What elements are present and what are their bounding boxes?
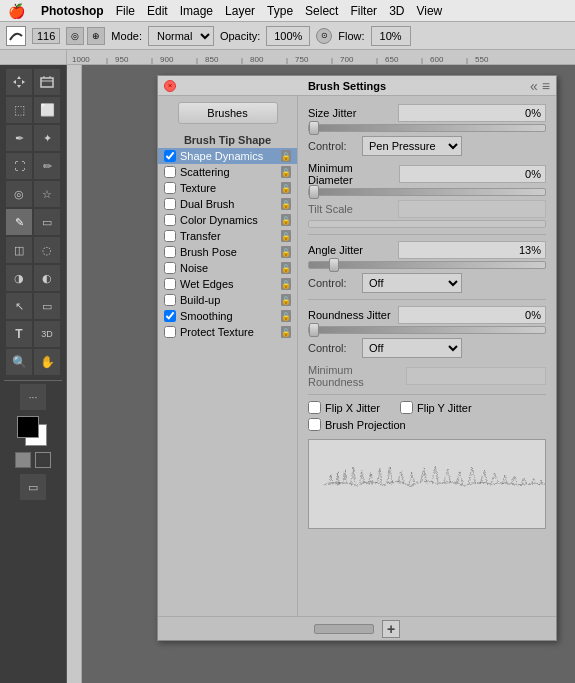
- 3d-tool[interactable]: 3D: [34, 321, 60, 347]
- sidebar-item-buildup[interactable]: Build-up 🔒: [158, 292, 297, 308]
- texture-checkbox[interactable]: [164, 182, 176, 194]
- brushes-button[interactable]: Brushes: [178, 102, 278, 124]
- eraser-tool[interactable]: ▭: [34, 209, 60, 235]
- min-diameter-thumb[interactable]: [309, 185, 319, 199]
- screen-mode-btn-area: ▭: [0, 474, 66, 502]
- menu-type[interactable]: Type: [267, 4, 293, 18]
- artboard-tool[interactable]: [34, 69, 60, 95]
- roundness-control-select[interactable]: Off Fade Pen Pressure: [362, 338, 462, 358]
- flip-x-checkbox[interactable]: [308, 401, 321, 414]
- menu-edit[interactable]: Edit: [147, 4, 168, 18]
- text-tool[interactable]: T: [6, 321, 32, 347]
- mask-icon[interactable]: [15, 452, 31, 468]
- menu-view[interactable]: View: [416, 4, 442, 18]
- sidebar-item-color-dynamics[interactable]: Color Dynamics 🔒: [158, 212, 297, 228]
- lasso-tool[interactable]: ⬚: [6, 97, 32, 123]
- min-diameter-slider-track[interactable]: [308, 188, 546, 196]
- menu-layer[interactable]: Layer: [225, 4, 255, 18]
- wet-edges-checkbox[interactable]: [164, 278, 176, 290]
- roundness-jitter-input[interactable]: [398, 306, 546, 324]
- move-tool[interactable]: [6, 69, 32, 95]
- path-select-tool[interactable]: ↖: [6, 293, 32, 319]
- brush-size-value[interactable]: 116: [32, 28, 60, 44]
- min-roundness-row: Minimum Roundness: [308, 364, 546, 388]
- blur-tool[interactable]: ◌: [34, 237, 60, 263]
- size-jitter-thumb[interactable]: [309, 121, 319, 135]
- clone-stamp-tool[interactable]: ☆: [34, 181, 60, 207]
- footer-scrollbar[interactable]: [314, 624, 374, 634]
- angle-control-select[interactable]: Off Fade Pen Pressure: [362, 273, 462, 293]
- pen-tool[interactable]: ✒: [6, 125, 32, 151]
- scattering-checkbox[interactable]: [164, 166, 176, 178]
- mode-select[interactable]: Normal: [148, 26, 214, 46]
- eyedropper-tool[interactable]: ✏: [34, 153, 60, 179]
- roundness-jitter-slider-track[interactable]: [308, 326, 546, 334]
- sidebar-item-smoothing[interactable]: Smoothing 🔒: [158, 308, 297, 324]
- panel-close-button[interactable]: ×: [164, 80, 176, 92]
- sidebar-item-shape-dynamics[interactable]: Shape Dynamics 🔒: [158, 148, 297, 164]
- sidebar-item-brush-pose[interactable]: Brush Pose 🔒: [158, 244, 297, 260]
- dodge-tool[interactable]: ◑: [6, 265, 32, 291]
- brush-projection-checkbox[interactable]: [308, 418, 321, 431]
- noise-checkbox[interactable]: [164, 262, 176, 274]
- protect-texture-checkbox[interactable]: [164, 326, 176, 338]
- brush-tip-shape-title[interactable]: Brush Tip Shape: [158, 132, 297, 148]
- menu-3d[interactable]: 3D: [389, 4, 404, 18]
- size-control-select[interactable]: Pen Pressure Off Fade Pen Tilt: [362, 136, 462, 156]
- extra-tool-1[interactable]: ···: [20, 384, 46, 410]
- transfer-checkbox[interactable]: [164, 230, 176, 242]
- brush-pose-checkbox[interactable]: [164, 246, 176, 258]
- flip-y-item: Flip Y Jitter: [400, 401, 472, 414]
- opacity-input[interactable]: [266, 26, 310, 46]
- roundness-jitter-thumb[interactable]: [309, 323, 319, 337]
- menu-select[interactable]: Select: [305, 4, 338, 18]
- size-jitter-input[interactable]: [398, 104, 546, 122]
- pressure-icon[interactable]: ⊙: [316, 28, 332, 44]
- menu-image[interactable]: Image: [180, 4, 213, 18]
- screen-mode-btn[interactable]: ▭: [20, 474, 46, 500]
- burn-tool[interactable]: ◐: [34, 265, 60, 291]
- shape-tool[interactable]: ▭: [34, 293, 60, 319]
- sidebar-item-dual-brush[interactable]: Dual Brush 🔒: [158, 196, 297, 212]
- angle-jitter-thumb[interactable]: [329, 258, 339, 272]
- sidebar-item-scattering[interactable]: Scattering 🔒: [158, 164, 297, 180]
- angle-jitter-input[interactable]: [398, 241, 546, 259]
- brush-preview-icon[interactable]: [6, 26, 26, 46]
- color-dynamics-checkbox[interactable]: [164, 214, 176, 226]
- sidebar-item-noise[interactable]: Noise 🔒: [158, 260, 297, 276]
- foreground-color[interactable]: [17, 416, 39, 438]
- crop-tool[interactable]: ⛶: [6, 153, 32, 179]
- brush-tool[interactable]: ✎: [6, 209, 32, 235]
- panel-titlebar[interactable]: × Brush Settings « ≡: [158, 76, 556, 96]
- sidebar-item-wet-edges[interactable]: Wet Edges 🔒: [158, 276, 297, 292]
- smoothing-checkbox[interactable]: [164, 310, 176, 322]
- toggle-btn-2[interactable]: ⊕: [87, 27, 105, 45]
- shape-dynamics-checkbox[interactable]: [164, 150, 176, 162]
- buildup-checkbox[interactable]: [164, 294, 176, 306]
- apple-menu[interactable]: 🍎: [8, 3, 25, 19]
- panel-menu-icon[interactable]: ≡: [542, 78, 550, 94]
- menu-filter[interactable]: Filter: [350, 4, 377, 18]
- sidebar-item-texture[interactable]: Texture 🔒: [158, 180, 297, 196]
- gradient-tool[interactable]: ◫: [6, 237, 32, 263]
- flip-y-checkbox[interactable]: [400, 401, 413, 414]
- min-diameter-input[interactable]: [399, 165, 546, 183]
- ruler-area: 1000 950 900 850 800 750 700 650 600 550: [0, 50, 575, 65]
- menu-photoshop[interactable]: Photoshop: [41, 4, 104, 18]
- sidebar-item-transfer[interactable]: Transfer 🔒: [158, 228, 297, 244]
- menu-file[interactable]: File: [116, 4, 135, 18]
- quick-mask-icon[interactable]: [35, 452, 51, 468]
- panel-collapse-icon[interactable]: «: [530, 78, 538, 94]
- spot-heal-tool[interactable]: ◎: [6, 181, 32, 207]
- toggle-btn-1[interactable]: ◎: [66, 27, 84, 45]
- zoom-tool[interactable]: 🔍: [6, 349, 32, 375]
- size-jitter-slider-track[interactable]: [308, 124, 546, 132]
- add-button[interactable]: +: [382, 620, 400, 638]
- sidebar-item-protect-texture[interactable]: Protect Texture 🔒: [158, 324, 297, 340]
- angle-jitter-slider-track[interactable]: [308, 261, 546, 269]
- magic-wand-tool[interactable]: ✦: [34, 125, 60, 151]
- marquee-tool[interactable]: ⬜: [34, 97, 60, 123]
- flow-input[interactable]: [371, 26, 411, 46]
- hand-tool[interactable]: ✋: [34, 349, 60, 375]
- dual-brush-checkbox[interactable]: [164, 198, 176, 210]
